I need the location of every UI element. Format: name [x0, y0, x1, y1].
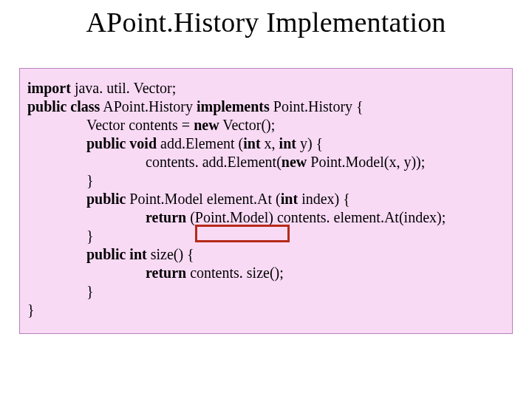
keyword: int — [281, 191, 298, 207]
code-text: contents. size(); — [186, 265, 284, 281]
code-line-8: return (Point.Model) contents. element.A… — [27, 208, 500, 227]
code-text: add.Element ( — [157, 135, 243, 151]
code-line-10: public int size() { — [27, 245, 500, 264]
keyword: import — [27, 80, 71, 96]
slide: APoint.History Implementation import jav… — [0, 0, 532, 399]
code-line-13: } — [27, 301, 500, 319]
keyword: public int — [86, 246, 147, 262]
keyword: new — [194, 117, 219, 133]
code-text: (Point.Model) contents. element.At(index… — [186, 209, 446, 225]
code-text: Vector(); — [219, 117, 276, 133]
keyword: int — [279, 135, 296, 151]
keyword: implements — [197, 98, 270, 115]
code-text: index) { — [298, 191, 350, 207]
code-line-1: import java. util. Vector; — [27, 79, 500, 98]
code-text: java. util. Vector; — [71, 80, 176, 96]
code-text: Point.Model(x, y)); — [307, 154, 425, 170]
code-line-4: public void add.Element (int x, int y) { — [27, 134, 500, 153]
code-line-3: Vector contents = new Vector(); — [27, 116, 500, 134]
code-text: Point.Model element.At ( — [126, 191, 280, 207]
code-line-6: } — [27, 171, 500, 190]
keyword: int — [243, 135, 260, 151]
keyword: new — [282, 154, 307, 170]
code-line-2: public class APoint.History implements P… — [27, 98, 500, 116]
code-text: Vector contents = — [86, 117, 194, 133]
keyword: return — [146, 209, 186, 225]
code-text: x, — [261, 135, 279, 151]
code-text: APoint.History — [100, 98, 197, 115]
keyword: public class — [27, 98, 100, 115]
code-line-5: contents. add.Element(new Point.Model(x,… — [27, 153, 500, 171]
code-text: contents. add.Element( — [146, 154, 282, 170]
code-line-11: return contents. size(); — [27, 264, 500, 282]
code-text: y) { — [296, 135, 323, 151]
code-box: import java. util. Vector; public class … — [19, 68, 513, 334]
keyword: public — [86, 191, 126, 207]
keyword: public void — [86, 135, 157, 151]
code-line-12: } — [27, 282, 500, 301]
code-line-7: public Point.Model element.At (int index… — [27, 190, 500, 208]
slide-title: APoint.History Implementation — [0, 6, 532, 38]
keyword: return — [146, 265, 186, 281]
code-text: size() { — [147, 246, 194, 262]
code-line-9: } — [27, 227, 500, 245]
code-text: Point.History { — [270, 98, 364, 115]
